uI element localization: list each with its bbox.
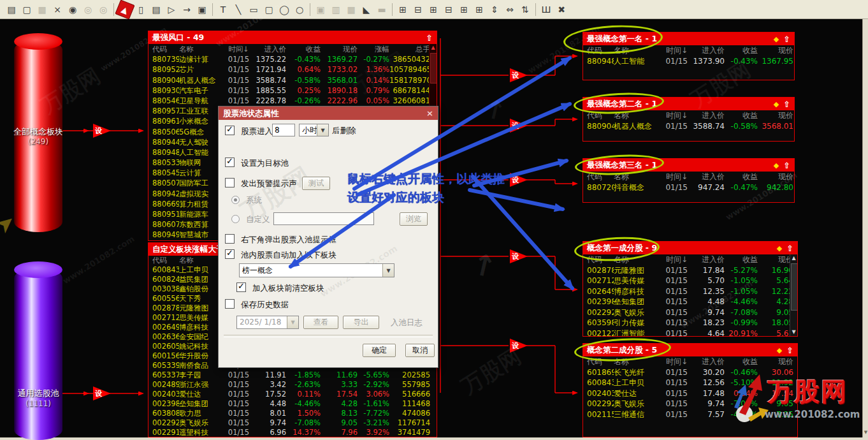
panel-up-icon[interactable]: ⇧ [786, 346, 793, 355]
column-header[interactable]: 现价 [758, 45, 793, 56]
table-row[interactable]: 605337李子园01/1511.91-1.85%11.69-5.65%2025… [148, 370, 437, 380]
fit-height-icon[interactable]: ⇕ [488, 3, 502, 17]
table-row[interactable]: 880952芯片01/151721.940.64%1733.021.36%105… [148, 64, 437, 75]
checkbox-alert-sound[interactable] [225, 178, 235, 187]
log-date-select[interactable]: 2025/ 1/18 ▼ [236, 316, 299, 329]
ellipse-tool-icon[interactable]: ◯ [277, 3, 291, 17]
circle-tool-icon[interactable]: ○ [293, 3, 307, 17]
pool-node-all-concepts[interactable]: 全部概念板块 (249) [14, 33, 62, 232]
comb-icon[interactable]: Ш [539, 3, 553, 17]
custom-sound-path-input[interactable] [273, 212, 374, 225]
dialog-title-bar[interactable]: 股票池状态属性 × [219, 106, 438, 120]
scroll-down-icon[interactable]: ▼ [790, 328, 797, 336]
delete-node-icon[interactable]: × [50, 3, 64, 17]
table-row[interactable]: 002291遥望科技01/156.9614.37%7.963.92%374147… [148, 428, 437, 437]
text-tool-icon[interactable]: T [216, 3, 230, 17]
fit-both-icon[interactable]: ⇅ [518, 3, 532, 17]
chevron-down-icon[interactable]: ▼ [287, 316, 298, 328]
close-tool-icon[interactable]: ✖ [554, 3, 568, 17]
align-left-icon[interactable]: ⊞ [396, 3, 410, 17]
checkbox-save-history[interactable] [225, 299, 235, 309]
panel-up-icon[interactable]: ⇧ [783, 99, 790, 109]
scroll-thumb[interactable] [791, 263, 798, 311]
table-row[interactable]: 002292奥飞娱乐01/159.74-7.08%9.05 [583, 307, 797, 318]
table-row[interactable]: 880546卫星导航01/152228.78-0.26%2222.960.05%… [148, 96, 437, 106]
chevron-down-icon[interactable]: ▼ [317, 124, 328, 136]
table-row[interactable]: 880930汽车电子01/151885.550.25%1890.180.79%6… [148, 85, 437, 96]
column-header[interactable]: 现价 [321, 44, 358, 54]
column-header[interactable]: 进入价 [688, 110, 725, 121]
flow-arrow-icon[interactable]: → [180, 3, 194, 17]
browse-button[interactable]: 浏览 [400, 212, 428, 226]
table-row[interactable]: 002398垒知集团01/154.48-4.46%4.28-1.61%11146… [148, 399, 437, 409]
close-icon[interactable]: × [426, 106, 433, 120]
column-header[interactable]: 收益 [725, 356, 758, 367]
column-header[interactable]: 代码 [152, 256, 179, 265]
new-file-icon[interactable]: ▤ [4, 3, 18, 17]
column-header[interactable]: 涨幅 [358, 44, 389, 54]
column-header[interactable]: 时间↓ [665, 45, 688, 56]
radio-system-sound[interactable] [231, 196, 240, 204]
view-log-button[interactable]: 查看 [303, 316, 338, 329]
panel-up-icon[interactable]: ⇧ [786, 244, 793, 253]
column-header[interactable]: 收益 [725, 254, 758, 265]
ok-button[interactable]: 确定 [363, 344, 396, 357]
panel-up-icon[interactable]: ⇧ [426, 33, 433, 43]
column-header[interactable]: 名称 [179, 256, 224, 265]
align-right-icon[interactable]: ⊟ [411, 3, 425, 17]
column-header[interactable]: 名称 [179, 44, 224, 54]
column-header[interactable]: 进入价 [688, 356, 725, 367]
checkbox-delete-after[interactable] [225, 126, 235, 135]
column-header[interactable]: 代码 [152, 44, 179, 54]
distribute-v-icon[interactable]: ⊞ [472, 3, 486, 17]
column-header[interactable]: 收益 [725, 110, 758, 121]
run-node-icon[interactable]: ▷ [164, 3, 178, 17]
table-row[interactable]: 880904机器人概念01/153588.74-0.58%3568.01 [583, 121, 794, 132]
column-header[interactable]: 进入价 [249, 44, 286, 54]
panel-up-icon[interactable]: ⇧ [783, 34, 790, 44]
fit-width-icon[interactable]: ⇔ [503, 3, 517, 17]
column-header[interactable]: 时间↓ [665, 172, 688, 182]
table-row[interactable]: 603598引力传媒01/1518.23-0.99%18.05 [583, 318, 797, 328]
checkbox-target-pool[interactable] [225, 158, 235, 167]
table-row[interactable]: 002489浙江永强01/153.42-2.63%3.33-2.92%55798… [148, 380, 437, 390]
table-row[interactable]: 002398垒知集团01/154.48-4.46%4.28 [583, 297, 797, 307]
radio-custom-sound[interactable] [231, 215, 240, 223]
scroll-up-icon[interactable]: ▲ [790, 254, 797, 262]
checkbox-auto-add-board[interactable] [225, 249, 235, 259]
list-node-icon[interactable]: ▤ [149, 3, 163, 17]
pool-node-general-pool[interactable]: 通用选股池 (1111) [14, 261, 62, 440]
copy-page-icon[interactable]: ▣ [195, 3, 209, 17]
table-row[interactable]: 880739边缘计算01/151375.22-0.43%1369.27-0.27… [148, 54, 437, 64]
roundrect-tool-icon[interactable]: ▢ [262, 3, 276, 17]
hours-input[interactable] [272, 124, 295, 136]
node-shape-icon[interactable]: ▯ [134, 3, 148, 17]
line-tool-icon[interactable]: ╲ [231, 3, 245, 17]
panel-title-bar[interactable]: 最强风口 - 49 ⇧ [148, 31, 437, 44]
align-top-icon[interactable]: ⊞ [426, 3, 440, 17]
table-row[interactable]: 002292奥飞娱乐01/159.74-7.08%9.05-3.21%11767… [148, 418, 437, 428]
column-header[interactable]: 现价 [758, 254, 793, 265]
panel-up-icon[interactable]: ⇧ [783, 161, 790, 170]
cursor-icon[interactable]: ▲ [115, 0, 134, 19]
test-sound-button[interactable]: 测试 [302, 177, 330, 190]
column-header[interactable]: 现价 [758, 356, 793, 367]
play-icon[interactable]: ◉ [66, 3, 80, 17]
column-header[interactable]: 收益 [286, 44, 321, 54]
column-header[interactable]: 进入价 [688, 45, 725, 56]
chevron-down-icon[interactable]: ▼ [382, 264, 394, 277]
column-header[interactable]: 时间↓ [665, 110, 688, 121]
time-unit-select[interactable]: 小时 ▼ [299, 124, 329, 136]
fill-color-icon[interactable]: ◣ [359, 3, 373, 17]
table-row[interactable]: 880904机器人概念01/153588.74-0.58%3568.010.14… [148, 75, 437, 85]
scroll-thumb[interactable] [430, 53, 437, 84]
table-row[interactable]: 603808歌力思01/158.011.50%8.13-7.72%474086 [148, 409, 437, 418]
cancel-button[interactable]: 取消 [405, 344, 435, 357]
column-header[interactable]: 收益 [725, 172, 758, 182]
scrollbar[interactable]: ▲ ▼ [790, 254, 797, 336]
column-header[interactable]: 现价 [758, 172, 793, 182]
column-header[interactable]: 进入价 [688, 172, 725, 182]
open-folder-icon[interactable]: ▢ [20, 3, 34, 17]
table-row[interactable]: 880948人工智能01/151373.90-0.43%1367.95 [583, 56, 794, 67]
table-row[interactable]: 880720抖音概念01/15947.24-0.47%942.80 [583, 182, 794, 193]
